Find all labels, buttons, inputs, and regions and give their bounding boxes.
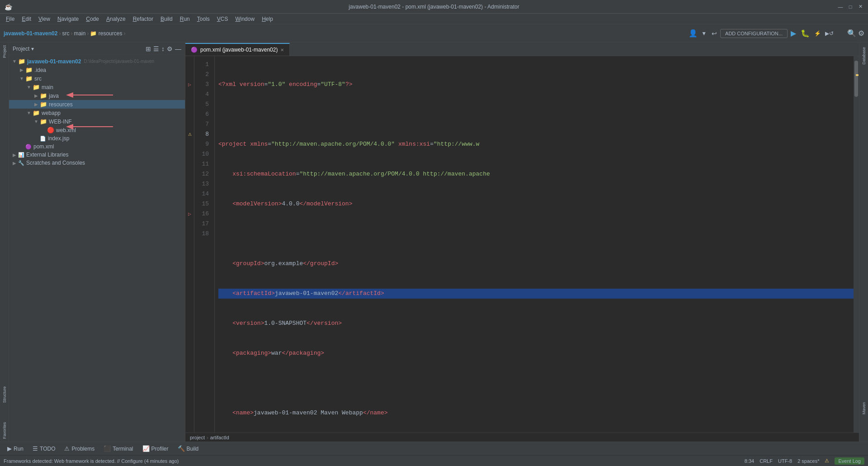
ln-4: 4 [194,90,212,100]
problems-button[interactable]: ⚠ Problems [61,444,98,453]
more-run-options[interactable]: ▶↺ [824,30,835,37]
tree-item-main[interactable]: ▼ 📁 main [9,83,185,91]
profiler-button[interactable]: 📈 Profiler [139,444,172,453]
project-name[interactable]: javaweb-01-maven02 [4,30,57,37]
tree-item-scratches[interactable]: ▶ 🔧 Scratches and Consoles [9,159,185,167]
menu-tools[interactable]: Tools [193,15,213,23]
editor-vertical-scrollbar[interactable] [854,56,859,433]
title-bar-left: ☕ [5,3,12,10]
gutter-13 [185,179,194,189]
terminal-icon: ⬛ [104,445,111,452]
code-content[interactable]: <?xml version="1.0" encoding="UTF-8"?> <… [215,56,854,433]
collapse-all-icon[interactable]: ☰ [153,45,159,52]
menu-help[interactable]: Help [258,15,277,23]
scrollbar-thumb[interactable] [854,61,858,97]
ln-9: 9 [194,139,212,149]
project-tab[interactable]: Project [1,43,8,61]
expand-all-icon[interactable]: ⊞ [146,45,151,52]
gutter-16: ▷ [185,209,194,219]
gutter-5 [185,100,194,109]
breadcrumb-project[interactable]: project [190,435,205,440]
run-button[interactable]: ▶ [789,29,797,38]
left-vertical-tabs: Project Structure Favorites [0,43,9,442]
ln-18: 18 [194,229,212,239]
ln-16: 16 [194,209,212,219]
line-sep[interactable]: CRLF [760,458,773,464]
run-tool-icon: ▶ [7,445,12,452]
menu-run[interactable]: Run [176,15,193,23]
tree-item-java[interactable]: ▶ 📁 java [9,91,185,100]
tree-item-webinf[interactable]: ▼ 📁 WEB-INF [9,117,185,126]
indent[interactable]: 2 spaces* [797,458,819,464]
tree-item-idea[interactable]: ▶ 📁 .idea [9,66,185,74]
tab-close-pomxml[interactable]: ✕ [280,48,284,52]
menu-code[interactable]: Code [82,15,103,23]
menu-file[interactable]: File [2,15,18,23]
maven-tab[interactable]: Maven [861,398,867,419]
favorites-tab[interactable]: Favorites [1,419,8,442]
folder-icon-main: 📁 [33,84,40,90]
terminal-button[interactable]: ⬛ Terminal [100,444,137,453]
code-editor[interactable]: ▷ ⚠ ▷ 1 2 3 4 [185,56,859,433]
back-icon[interactable]: ↩ [710,30,718,37]
breadcrumb-src[interactable]: src [62,30,69,37]
breadcrumb-main[interactable]: main [74,30,85,37]
structure-tab[interactable]: Structure [1,384,8,406]
editor-area: 🟣 pom.xml (javaweb-01-maven02) ✕ ▷ ⚠ [185,43,859,442]
sidebar-title: Project ▾ [13,46,146,52]
problems-icon: ⚠ [64,445,70,452]
menu-build[interactable]: Build [157,15,176,23]
autoscroll-icon[interactable]: ↕ [161,45,165,52]
event-log-button[interactable]: Event Log [835,457,864,465]
menu-refactor[interactable]: Refactor [129,15,157,23]
menu-window[interactable]: Window [231,15,258,23]
line-col[interactable]: 8:34 [745,458,754,464]
tree-item-resources[interactable]: ▶ 📁 resources [9,100,185,109]
debug-button[interactable]: 🐛 [799,29,811,38]
folder-icon-java: 📁 [40,92,47,99]
tree-item-src[interactable]: ▼ 📁 src [9,74,185,83]
profiler-label: Profiler [151,446,169,452]
run-with-coverage[interactable]: ⚡ [813,30,822,37]
tree-item-pomxml[interactable]: 🟣 pom.xml [9,143,185,151]
tree-item-webapp[interactable]: ▼ 📁 webapp [9,109,185,117]
search-everywhere-icon[interactable]: 🔍 [847,29,856,38]
tree-label-indexjsp: index.jsp [48,135,69,142]
add-configuration-button[interactable]: ADD CONFIGURATION... [720,29,788,38]
expand-arrow-src: ▼ [18,76,25,81]
menu-analyze[interactable]: Analyze [103,15,129,23]
close-button[interactable]: ✕ [857,4,863,10]
code-line-3: <project xmlns="http://maven.apache.org/… [218,139,854,149]
menu-vcs[interactable]: VCS [213,15,232,23]
tree-item-webxml[interactable]: 🔴 web.xml [9,126,185,134]
tree-item-extlibs[interactable]: ▶ 📊 External Libraries [9,151,185,159]
gutter-14 [185,189,194,199]
gear-icon[interactable]: ⚙ [167,45,173,52]
warning-indicator [856,74,859,76]
settings-icon[interactable]: ⚙ [858,29,864,38]
code-line-2 [218,109,854,119]
ln-8: 8 [194,129,212,139]
toolbar-breadcrumb: javaweb-01-maven02 › src › main › 📁 reso… [4,30,125,37]
menu-view[interactable]: View [35,15,54,23]
ln-6: 6 [194,109,212,119]
minimize-button[interactable]: — [837,4,844,10]
breadcrumb-artifactid[interactable]: artifactId [210,435,229,440]
tree-label-scratches: Scratches and Consoles [26,160,85,166]
tree-item-root[interactable]: ▼ 📁 javaweb-01-maven02 D:\IdeaProjects\j… [9,57,185,66]
expand-arrow-webapp: ▼ [25,110,33,115]
run-tool-button[interactable]: ▶ Run [4,444,27,453]
build-button[interactable]: 🔨 Build [174,444,203,453]
todo-button[interactable]: ☰ TODO [29,444,59,453]
tab-pomxml[interactable]: 🟣 pom.xml (javaweb-01-maven02) ✕ [185,43,290,56]
minimize-sidebar-icon[interactable]: — [175,45,181,52]
folder-icon-idea: 📁 [25,67,33,73]
tree-item-indexjsp[interactable]: 📄 index.jsp [9,134,185,143]
maximize-button[interactable]: □ [847,4,854,10]
icon-scratches: 🔧 [18,160,24,166]
menu-navigate[interactable]: Navigate [54,15,82,23]
database-tab[interactable]: Database [861,43,867,69]
menu-edit[interactable]: Edit [18,15,35,23]
encoding[interactable]: UTF-8 [778,458,792,464]
breadcrumb-resources[interactable]: 📁 resources [90,30,122,37]
